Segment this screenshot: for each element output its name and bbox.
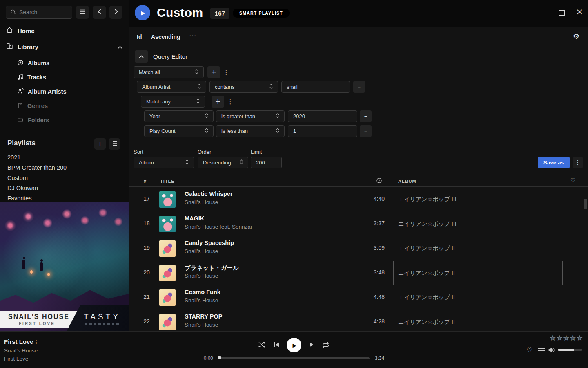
select-value: Album (139, 159, 154, 166)
track-number: 21 (138, 294, 155, 300)
star-icon[interactable]: ★ (564, 335, 569, 341)
sidebar-item-genres[interactable]: Genres (17, 101, 123, 111)
volume-slider[interactable] (558, 349, 582, 351)
rule-field-select[interactable]: Play Count (144, 125, 214, 137)
select-arrows-icon (185, 159, 189, 166)
select-arrows-icon (270, 83, 273, 90)
repeat-button[interactable] (322, 342, 330, 350)
search-box[interactable] (6, 6, 72, 19)
settings-button[interactable]: ⚙ (573, 33, 579, 40)
column-album[interactable]: ALBUM (398, 179, 416, 184)
rating-stars[interactable]: ★★★★★ (550, 335, 582, 341)
queue-button[interactable] (538, 348, 545, 353)
now-playing-menu-button[interactable]: ⋮ (33, 339, 39, 345)
heart-icon: ♡ (526, 346, 532, 354)
next-button[interactable] (309, 342, 315, 349)
track-artwork (159, 191, 176, 208)
sidebar-item-home[interactable]: Home (6, 27, 35, 35)
save-as-button[interactable]: Save as (538, 157, 570, 168)
sidebar-item-album-artists[interactable]: Album Artists (17, 86, 123, 97)
sidebar-item-tracks[interactable]: Tracks (17, 72, 123, 83)
remove-rule-button[interactable]: – (360, 110, 372, 122)
artists-icon (17, 88, 24, 96)
rule-value-input[interactable]: 1 (288, 125, 357, 137)
minus-icon: – (364, 128, 368, 134)
back-button[interactable] (93, 6, 106, 19)
volume-button[interactable] (548, 347, 555, 355)
previous-button[interactable] (274, 342, 280, 349)
match-any-select[interactable]: Match any (141, 96, 205, 108)
remove-rule-button[interactable]: – (360, 125, 372, 137)
rule-value-input[interactable]: 2020 (288, 110, 357, 122)
search-input[interactable] (19, 9, 64, 16)
star-icon[interactable]: ★ (570, 335, 575, 341)
seek-bar[interactable] (218, 357, 370, 359)
table-row[interactable]: 17Galactic WhisperSnail’s House4:40エイリアン… (129, 187, 588, 212)
star-icon[interactable]: ★ (550, 335, 555, 341)
table-row[interactable]: 19Candy SpaceshipSnail’s House3:09エイリアン☆… (129, 236, 588, 261)
sort-direction-button[interactable]: Ascending (151, 34, 180, 40)
sidebar-item-folders[interactable]: Folders (17, 115, 123, 126)
sidebar-item-library[interactable]: Library (6, 43, 122, 51)
playlist-item[interactable]: 2021 (7, 152, 122, 162)
save-menu-button[interactable]: ⋮ (573, 157, 583, 168)
rule-group-menu-button[interactable]: ⋮ (223, 68, 229, 77)
column-index[interactable]: # (144, 179, 147, 184)
rule-field-select[interactable]: Year (144, 110, 214, 122)
sidebar-item-albums[interactable]: Albums (17, 58, 123, 68)
playlist-list-button[interactable] (109, 138, 120, 150)
track-duration: 4:48 (359, 294, 385, 300)
query-editor-collapse-button[interactable] (135, 50, 148, 63)
sort-field-button[interactable]: Id (137, 34, 142, 40)
close-button[interactable]: × (576, 7, 583, 16)
now-playing-title[interactable]: First Love (4, 338, 33, 345)
maximize-button[interactable] (559, 10, 565, 16)
group-menu-button[interactable]: ⋮ (227, 97, 233, 106)
scrollbar-thumb[interactable] (584, 199, 587, 209)
menu-button[interactable] (76, 6, 89, 19)
playlists-heading: Playlists (7, 139, 36, 147)
sort-select[interactable]: Album (134, 157, 194, 168)
add-group-rule-button[interactable]: + (212, 96, 224, 108)
seek-knob[interactable] (218, 356, 221, 359)
now-playing-artwork[interactable]: SNAIL'S HOUSE FIRST LOVE TASTY (0, 202, 129, 331)
rule-operator-select[interactable]: contains (209, 81, 278, 93)
playlist-item[interactable]: Custom (7, 173, 122, 183)
order-select[interactable]: Descending (198, 157, 248, 168)
column-title[interactable]: TITLE (160, 179, 175, 184)
add-playlist-button[interactable]: + (94, 138, 106, 150)
playlist-item[interactable]: DJ Okawari (7, 183, 122, 193)
now-playing-album[interactable]: First Love (4, 356, 28, 362)
shuffle-button[interactable] (258, 341, 265, 350)
remove-rule-button[interactable]: – (353, 81, 365, 93)
rule-operator-select[interactable]: is greater than (216, 110, 285, 122)
clock-icon[interactable] (376, 177, 382, 184)
now-playing-artist[interactable]: Snail’s House (4, 348, 38, 354)
rule-value-input[interactable]: snail (281, 81, 350, 93)
play-playlist-button[interactable]: ▶ (135, 5, 150, 20)
collapse-chevron-icon[interactable] (118, 43, 122, 50)
sidebar-item-label: Albums (28, 60, 49, 66)
table-row[interactable]: 18MAGIKSnail’s House feat. Sennzai3:37エイ… (129, 212, 588, 236)
focused-album-cell[interactable] (393, 261, 563, 285)
play-pause-button[interactable]: ▶ (287, 338, 301, 352)
playlist-item[interactable]: Favorites (7, 193, 122, 203)
add-rule-button[interactable]: + (207, 66, 220, 78)
forward-button[interactable] (109, 6, 122, 19)
match-all-select[interactable]: Match all (134, 66, 204, 78)
table-row[interactable]: 20プラネット・ガールSnail’s House3:48エイリアン☆ポップ II (129, 261, 588, 285)
minimize-button[interactable] (539, 13, 548, 13)
limit-input[interactable]: 200 (251, 157, 282, 168)
star-icon[interactable]: ★ (577, 335, 582, 341)
star-icon[interactable]: ★ (557, 335, 562, 341)
favorite-button[interactable]: ♡ (526, 347, 532, 354)
heart-column-icon[interactable]: ♡ (570, 177, 576, 183)
input-value: 2020 (293, 113, 305, 119)
rule-field-select[interactable]: Album Artist (137, 81, 206, 93)
total-time: 3:34 (375, 355, 384, 361)
playlist-item[interactable]: BPM Greater than 200 (7, 162, 122, 173)
table-row[interactable]: 21Cosmo FunkSnail’s House4:48エイリアン☆ポップ I… (129, 285, 588, 310)
rule-operator-select[interactable]: is less than (216, 125, 285, 137)
more-options-button[interactable]: ⋯ (189, 32, 196, 39)
table-row[interactable]: 22STARRY POPSnail’s House4:28エイリアン☆ポップ I… (129, 310, 588, 331)
